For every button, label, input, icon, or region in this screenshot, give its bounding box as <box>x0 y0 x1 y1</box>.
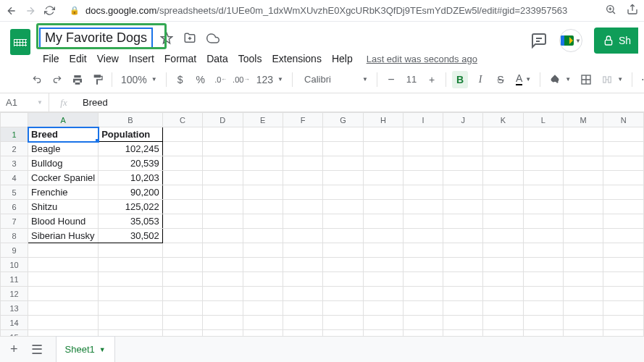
col-header-A[interactable]: A <box>28 113 99 127</box>
cell-G10[interactable] <box>323 258 364 272</box>
cell-I4[interactable] <box>403 171 443 185</box>
borders-button[interactable] <box>578 71 594 88</box>
col-header-L[interactable]: L <box>523 113 563 127</box>
address-bar[interactable]: 🔒 docs.google.com/spreadsheets/d/1UEe0m_… <box>62 5 598 16</box>
cell-K11[interactable] <box>483 272 523 287</box>
cell-N5[interactable] <box>603 185 644 200</box>
all-sheets-button[interactable]: ☰ <box>31 342 43 358</box>
merge-button[interactable]: ▼ <box>598 71 626 88</box>
fill-color-button[interactable]: ▼ <box>546 71 574 88</box>
cell-K14[interactable] <box>483 316 523 330</box>
document-title-input[interactable]: My Favorite Dogs <box>39 28 153 49</box>
col-header-M[interactable]: M <box>563 113 603 127</box>
col-header-G[interactable]: G <box>323 113 364 127</box>
cell-L3[interactable] <box>523 156 563 171</box>
cell-B1[interactable]: Population <box>99 127 163 142</box>
cell-I8[interactable] <box>403 229 443 243</box>
cell-N12[interactable] <box>603 287 644 301</box>
cell-L7[interactable] <box>523 214 563 229</box>
more-toolbar-button[interactable]: ⋯ <box>638 71 644 88</box>
share-button[interactable]: Sh <box>594 28 638 54</box>
cell-M7[interactable] <box>563 214 603 229</box>
cell-N1[interactable] <box>603 127 644 142</box>
cell-J4[interactable] <box>443 171 483 185</box>
cell-G5[interactable] <box>323 185 364 200</box>
cell-D5[interactable] <box>203 185 243 200</box>
cell-E14[interactable] <box>243 316 283 330</box>
currency-button[interactable]: $ <box>172 71 188 88</box>
cell-E8[interactable] <box>243 229 283 243</box>
cell-J5[interactable] <box>443 185 483 200</box>
cell-K12[interactable] <box>483 287 523 301</box>
move-icon[interactable] <box>183 32 196 45</box>
row-header-5[interactable]: 5 <box>1 185 28 200</box>
cell-K5[interactable] <box>483 185 523 200</box>
cell-G9[interactable] <box>323 243 364 258</box>
cell-H14[interactable] <box>363 316 403 330</box>
cell-B9[interactable] <box>99 243 163 258</box>
cell-M14[interactable] <box>563 316 603 330</box>
cell-I7[interactable] <box>403 214 443 229</box>
cell-N13[interactable] <box>603 301 644 316</box>
cell-I10[interactable] <box>403 258 443 272</box>
cell-A3[interactable]: Bulldog <box>28 156 99 171</box>
cell-H2[interactable] <box>363 142 403 156</box>
col-header-H[interactable]: H <box>363 113 403 127</box>
cell-C5[interactable] <box>162 185 202 200</box>
cell-E11[interactable] <box>243 272 283 287</box>
cell-H5[interactable] <box>363 185 403 200</box>
cell-L5[interactable] <box>523 185 563 200</box>
cell-C4[interactable] <box>162 171 202 185</box>
cell-K6[interactable] <box>483 200 523 214</box>
row-header-8[interactable]: 8 <box>1 229 28 243</box>
cell-D1[interactable] <box>203 127 243 142</box>
menu-tools[interactable]: Tools <box>235 51 266 66</box>
cell-G8[interactable] <box>323 229 364 243</box>
col-header-D[interactable]: D <box>203 113 243 127</box>
cell-J9[interactable] <box>443 243 483 258</box>
cell-M13[interactable] <box>563 301 603 316</box>
cell-C11[interactable] <box>162 272 202 287</box>
cell-N14[interactable] <box>603 316 644 330</box>
cell-I14[interactable] <box>403 316 443 330</box>
cell-N11[interactable] <box>603 272 644 287</box>
name-box[interactable]: A1▼ <box>0 93 49 111</box>
cell-K3[interactable] <box>483 156 523 171</box>
cell-A9[interactable] <box>28 243 99 258</box>
row-header-9[interactable]: 9 <box>1 243 28 258</box>
cell-K4[interactable] <box>483 171 523 185</box>
menu-help[interactable]: Help <box>328 51 356 66</box>
sheet-tab-1[interactable]: Sheet1▼ <box>56 336 115 362</box>
row-header-7[interactable]: 7 <box>1 214 28 229</box>
cell-A1[interactable]: Breed <box>28 127 99 142</box>
cell-M12[interactable] <box>563 287 603 301</box>
reload-button[interactable] <box>43 5 55 17</box>
font-select[interactable]: Calibri▼ <box>298 71 371 88</box>
col-header-N[interactable]: N <box>603 113 644 127</box>
cell-A4[interactable]: Cocker Spaniel <box>28 171 99 185</box>
star-icon[interactable] <box>160 32 173 45</box>
cell-J14[interactable] <box>443 316 483 330</box>
cell-F7[interactable] <box>283 214 322 229</box>
paint-format-button[interactable] <box>90 71 106 88</box>
cell-B6[interactable]: 125,022 <box>99 200 163 214</box>
cell-B8[interactable]: 30,502 <box>99 229 163 243</box>
cell-B10[interactable] <box>99 258 163 272</box>
cell-D11[interactable] <box>203 272 243 287</box>
col-header-E[interactable]: E <box>243 113 283 127</box>
cell-A6[interactable]: Shitzu <box>28 200 99 214</box>
cell-A2[interactable]: Beagle <box>28 142 99 156</box>
cell-D9[interactable] <box>203 243 243 258</box>
cell-D7[interactable] <box>203 214 243 229</box>
cell-G13[interactable] <box>323 301 364 316</box>
cell-I2[interactable] <box>403 142 443 156</box>
cell-L10[interactable] <box>523 258 563 272</box>
cell-D3[interactable] <box>203 156 243 171</box>
increase-decimal-button[interactable]: .00→ <box>233 71 249 88</box>
cell-B14[interactable] <box>99 316 163 330</box>
cell-G7[interactable] <box>323 214 364 229</box>
comments-icon[interactable] <box>530 32 548 49</box>
menu-file[interactable]: File <box>39 51 63 66</box>
bold-button[interactable]: B <box>452 71 468 88</box>
cell-B3[interactable]: 20,539 <box>99 156 163 171</box>
